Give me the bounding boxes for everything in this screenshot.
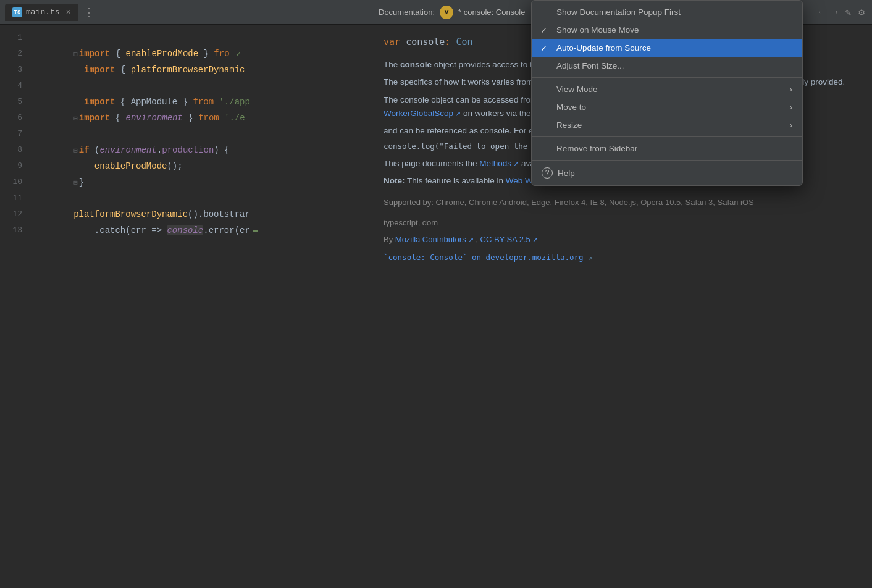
code-line-4: 4 import { AppModule } from './app (0, 78, 371, 94)
edit-icon[interactable]: ✎ (845, 6, 852, 19)
separator: , (476, 235, 480, 244)
menu-item-label: View Mode (556, 85, 598, 94)
fold-icon[interactable]: ⊟ (73, 179, 78, 187)
worker-global-scope-link[interactable]: WorkerGlobalScop (384, 109, 461, 118)
help-icon: ? (542, 167, 553, 178)
line-number: 12 (5, 206, 22, 222)
menu-item-move-to[interactable]: Move to › (532, 98, 802, 116)
line-number: 8 (5, 142, 22, 158)
menu-item-label: Move to (556, 103, 586, 112)
context-menu: Show Documentation Popup First ✓ Show on… (531, 0, 803, 186)
menu-item-help[interactable]: ? Help (532, 163, 802, 183)
menu-item-label: Auto-Update from Source (556, 43, 651, 52)
line-number: 3 (5, 62, 22, 78)
tags-section: typescript, dom (384, 217, 860, 230)
doc-tab-name[interactable]: * console: Console (458, 7, 525, 17)
menu-item-show-doc-popup[interactable]: Show Documentation Popup First (532, 3, 802, 21)
check-icon: ✓ (540, 25, 548, 35)
ts-icon: TS (12, 7, 22, 17)
line-number: 5 (5, 94, 22, 110)
menu-item-view-mode[interactable]: View Mode › (532, 80, 802, 98)
var-keyword: var (384, 36, 406, 48)
line-number: 1 (5, 30, 22, 46)
line-number: 2 (5, 46, 22, 62)
back-icon[interactable]: ← (819, 7, 825, 18)
mozilla-contributors-link[interactable]: Mozilla Contributors (395, 235, 474, 244)
settings-icon[interactable]: ⚙ (858, 6, 865, 19)
menu-item-auto-update[interactable]: ✓ Auto-Update from Source (532, 39, 802, 57)
menu-item-resize[interactable]: Resize › (532, 116, 802, 134)
line-number: 4 (5, 78, 22, 94)
submenu-arrow-icon: › (790, 103, 792, 112)
menu-item-label: Help (558, 169, 575, 178)
code-editor: 1 ⊟import { enableProdMode } fro ✓ 2 imp… (0, 25, 371, 243)
line-number: 6 (5, 110, 22, 126)
code-line-12: 12 .catch(err => console.error(er (0, 206, 371, 222)
methods-link[interactable]: Methods (479, 159, 519, 168)
code-line-2: 2 import { platformBrowserDynamic (0, 46, 371, 62)
by-section: By Mozilla Contributors , CC BY-SA 2.5 (384, 233, 860, 246)
code-line-1: 1 ⊟import { enableProdMode } fro ✓ (0, 30, 371, 46)
line-number: 13 (5, 222, 22, 238)
menu-item-adjust-font[interactable]: Adjust Font Size... (532, 57, 802, 75)
submenu-arrow-icon: › (790, 120, 792, 130)
menu-item-label: Show Documentation Popup First (556, 7, 681, 17)
code-line-5: 5 ⊟import { environment } from './e (0, 94, 371, 110)
menu-separator-3 (532, 160, 802, 161)
editor-panel: TS main.ts × ⋮ 1 ⊟import { enableProdMod… (0, 0, 371, 588)
by-label: By (384, 235, 395, 244)
tags-text: typescript, dom (384, 218, 438, 227)
file-tab[interactable]: TS main.ts × (5, 4, 78, 21)
line-number: 9 (5, 158, 22, 174)
check-icon: ✓ (540, 43, 548, 53)
supported-browsers-text: Chrome, Chrome Android, Edge, Firefox 4,… (436, 198, 754, 207)
menu-separator-1 (532, 77, 802, 78)
var-name-label: console (406, 36, 445, 48)
line-number: 7 (5, 126, 22, 142)
supported-by-section: Supported by: Chrome, Chrome Android, Ed… (384, 196, 860, 209)
submenu-arrow-icon: › (790, 85, 792, 94)
menu-item-show-on-mouse-move[interactable]: ✓ Show on Mouse Move (532, 21, 802, 39)
menu-item-label: Show on Mouse Move (556, 25, 639, 35)
forward-icon[interactable]: → (832, 7, 838, 18)
fold-icon[interactable]: ⊟ (73, 115, 78, 122)
code-line-7: 7 ⊟if (environment.production) { (0, 126, 371, 142)
colon: : (445, 36, 456, 48)
menu-separator-2 (532, 136, 802, 137)
menu-item-label: Remove from Sidebar (556, 144, 637, 153)
tab-close-button[interactable]: × (66, 7, 71, 17)
code-line-11: 11 platformBrowserDynamic().bootstrar (0, 190, 371, 206)
line-number: 11 (5, 190, 22, 206)
doc-title-label: Documentation: (379, 7, 435, 17)
tab-filename: main.ts (26, 7, 60, 17)
menu-item-label: Adjust Font Size... (556, 61, 624, 70)
type-label: Con (456, 36, 472, 48)
doc-header-icons: ← → ✎ ⚙ (819, 6, 865, 19)
doc-badge: V (440, 6, 453, 19)
cc-license-link[interactable]: CC BY-SA 2.5 (480, 235, 538, 244)
tab-menu-button[interactable]: ⋮ (83, 6, 94, 19)
line-number: 10 (5, 174, 22, 190)
tab-bar: TS main.ts × ⋮ (0, 0, 371, 25)
console-ref-link[interactable]: `console: Console` on developer.mozilla.… (384, 251, 860, 264)
menu-item-remove-sidebar[interactable]: Remove from Sidebar (532, 140, 802, 158)
menu-item-label: Resize (556, 120, 582, 130)
supported-by-label: Supported by: (384, 198, 436, 207)
line-content: .catch(err => console.error(er (32, 206, 258, 254)
